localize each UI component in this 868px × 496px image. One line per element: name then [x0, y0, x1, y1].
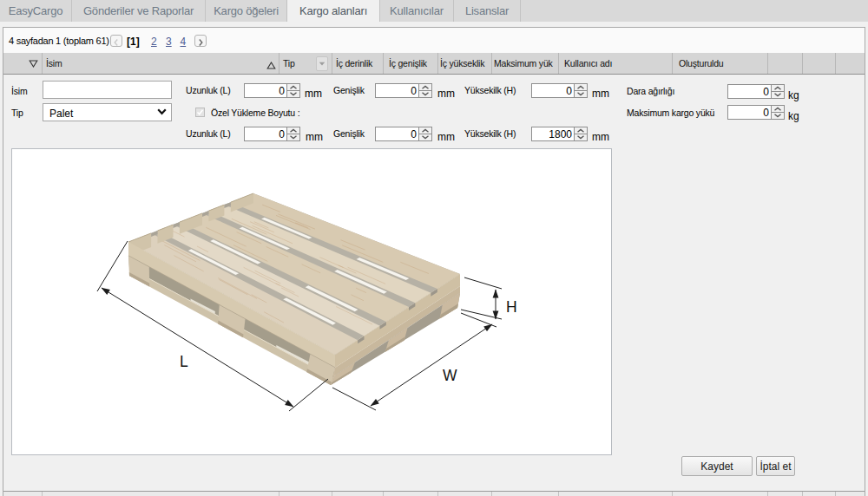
svg-text:H: H	[506, 298, 517, 316]
svg-text:L: L	[180, 353, 188, 370]
svg-text:W: W	[443, 367, 457, 384]
